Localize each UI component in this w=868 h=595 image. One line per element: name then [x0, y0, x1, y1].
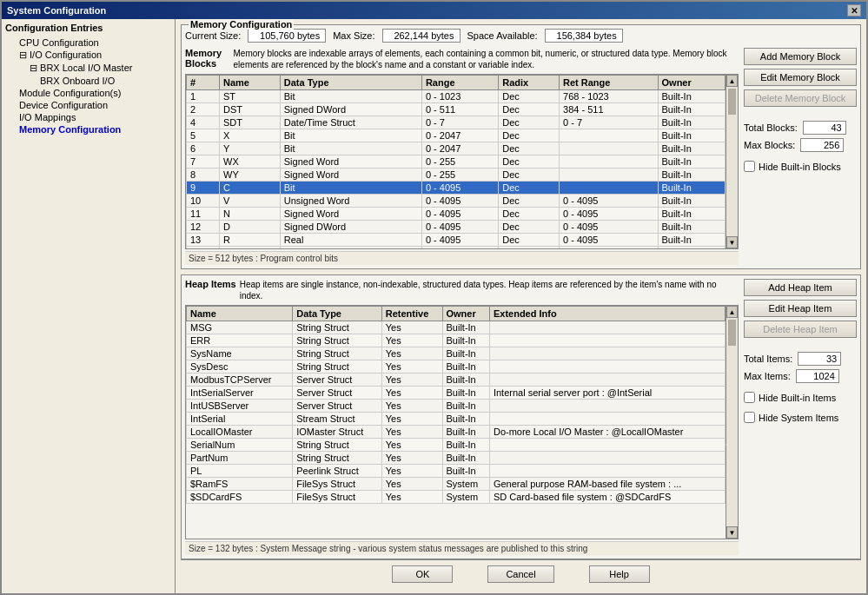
memory-blocks-header: Memory Blocks Memory blocks are indexabl… [185, 48, 739, 70]
memory-blocks-left: Memory Blocks Memory blocks are indexabl… [185, 48, 739, 265]
table-row[interactable]: IntUSBServerServer StructYesBuilt-In [187, 400, 726, 413]
scroll-thumb [728, 89, 736, 115]
heap-col-owner: Owner [442, 307, 489, 321]
memory-col-range: Range [421, 76, 498, 90]
max-items-value: 1024 [796, 369, 839, 383]
add-memory-block-button[interactable]: Add Memory Block [744, 48, 857, 65]
heap-col-data-type: Data Type [293, 307, 382, 321]
sidebar: Configuration Entries CPU Configuration⊟… [2, 19, 176, 593]
total-items-label: Total Items: [744, 354, 792, 364]
sidebar-item-brx-onboard[interactable]: BRX Onboard I/O [5, 75, 171, 87]
table-row[interactable]: 7WXSigned Word0 - 255DecBuilt-In [187, 155, 726, 169]
memory-blocks-area: Memory Blocks Memory blocks are indexabl… [185, 48, 857, 265]
table-row[interactable]: 4SDTDate/Time Struct0 - 7Dec0 - 7Built-I… [187, 116, 726, 129]
table-row[interactable]: SerialNumString StructYesBuilt-In [187, 439, 726, 452]
memory-blocks-label: Memory Blocks [185, 48, 230, 70]
heap-scroll-up-btn[interactable]: ▲ [726, 306, 738, 318]
edit-memory-block-button[interactable]: Edit Memory Block [744, 69, 857, 86]
hide-builtin-items-checkbox[interactable] [744, 392, 755, 403]
table-row[interactable]: 2DSTSigned DWord0 - 511Dec384 - 511Built… [187, 103, 726, 116]
hide-builtin-blocks-checkbox[interactable] [744, 161, 755, 172]
sidebar-items: CPU Configuration⊟ I/O Configuration⊟ BR… [5, 36, 171, 136]
heap-table-header: NameData TypeRetentiveOwnerExtended Info [187, 307, 726, 321]
memory-config-section: Memory Configuration Current Size: 105,7… [181, 24, 861, 269]
table-row[interactable]: LocalIOMasterIOMaster StructYesBuilt-InD… [187, 426, 726, 439]
total-items-info: Total Items: 33 [744, 352, 857, 366]
table-row[interactable]: 14TTimer Struct0 - 255Dec0 - 255Built-In [187, 247, 726, 249]
table-row[interactable]: $SDCardFSFileSys StructYesSystemSD Card-… [187, 491, 726, 504]
table-row[interactable]: PLPeerlink StructYesBuilt-In [187, 465, 726, 478]
hide-builtin-blocks-row: Hide Built-in Blocks [744, 161, 857, 172]
table-row[interactable]: 10VUnsigned Word0 - 4095Dec0 - 4095Built… [187, 195, 726, 208]
heap-stats: Total Items: 33 Max Items: 1024 [744, 348, 857, 383]
hide-system-items-label: Hide System Items [759, 413, 838, 423]
heap-scroll-down-btn[interactable]: ▼ [726, 526, 738, 539]
sidebar-item-brx-local-io[interactable]: ⊟ BRX Local I/O Master [5, 62, 171, 75]
table-row[interactable]: 5XBit0 - 2047DecBuilt-In [187, 129, 726, 142]
sidebar-item-device-config[interactable]: Device Configuration [5, 99, 171, 111]
table-row[interactable]: 13RReal0 - 4095Dec0 - 4095Built-In [187, 234, 726, 247]
heap-scroll-track [726, 318, 738, 526]
table-row[interactable]: 11NSigned Word0 - 4095Dec0 - 4095Built-I… [187, 208, 726, 221]
table-row[interactable]: ERRString StructYesBuilt-In [187, 334, 726, 347]
hide-system-items-checkbox[interactable] [744, 412, 755, 423]
heap-table-scroll[interactable]: NameData TypeRetentiveOwnerExtended Info… [186, 306, 726, 539]
heap-table-body: MSGString StructYesBuilt-InERRString Str… [187, 321, 726, 504]
total-items-value: 33 [798, 352, 841, 366]
table-row[interactable]: 8WYSigned Word0 - 255DecBuilt-In [187, 169, 726, 182]
total-blocks-row: Total Blocks: 43 Max Blocks: 256 [744, 117, 857, 152]
help-button[interactable]: Help [589, 565, 650, 583]
table-row[interactable]: $RamFSFileSys StructYesSystemGeneral pur… [187, 478, 726, 491]
right-panel: Memory Configuration Current Size: 105,7… [176, 19, 866, 593]
delete-heap-item-button[interactable]: Delete Heap Item [744, 321, 857, 338]
delete-memory-block-button[interactable]: Delete Memory Block [744, 89, 857, 107]
table-row[interactable]: 12DSigned DWord0 - 4095Dec0 - 4095Built-… [187, 221, 726, 234]
sidebar-item-memory-config[interactable]: Memory Configuration [5, 123, 171, 136]
memory-side-buttons: Add Memory Block Edit Memory Block Delet… [744, 48, 857, 265]
table-row[interactable]: MSGString StructYesBuilt-In [187, 321, 726, 334]
table-row[interactable]: SysNameString StructYesBuilt-In [187, 347, 726, 360]
table-row[interactable]: 6YBit0 - 2047DecBuilt-In [187, 142, 726, 155]
memory-scrollbar[interactable]: ▲ ▼ [726, 75, 738, 248]
max-items-info: Max Items: 1024 [744, 369, 857, 383]
space-available-label: Space Available: [467, 30, 538, 41]
scroll-track [726, 87, 738, 236]
heap-table-wrapper: NameData TypeRetentiveOwnerExtended Info… [185, 305, 739, 539]
scroll-up-btn[interactable]: ▲ [726, 75, 738, 87]
memory-table: #NameData TypeRangeRadixRet RangeOwner 1… [186, 75, 726, 248]
memory-table-scroll[interactable]: #NameData TypeRangeRadixRet RangeOwner 1… [186, 75, 726, 248]
heap-size-note: Size = 132 bytes : System Message string… [185, 541, 739, 555]
max-blocks-label: Max Blocks: [744, 140, 795, 150]
heap-items-label: Heap Items [185, 279, 236, 301]
max-blocks-info: Max Blocks: 256 [744, 138, 857, 152]
add-heap-item-button[interactable]: Add Heap Item [744, 279, 857, 296]
sidebar-item-io-mappings[interactable]: I/O Mappings [5, 111, 171, 123]
title-bar: System Configuration ✕ [2, 2, 866, 19]
memory-col-ret range: Ret Range [560, 76, 659, 90]
heap-items-desc: Heap items are single instance, non-inde… [240, 279, 739, 301]
main-window: System Configuration ✕ Configuration Ent… [0, 0, 868, 595]
table-row[interactable]: 9CBit0 - 4095DecBuilt-In [187, 182, 726, 195]
table-row[interactable]: IntSerialServerServer StructYesBuilt-InI… [187, 387, 726, 400]
heap-scrollbar[interactable]: ▲ ▼ [726, 306, 738, 539]
cancel-button[interactable]: Cancel [487, 565, 553, 583]
table-row[interactable]: SysDescString StructYesBuilt-In [187, 360, 726, 374]
table-row[interactable]: ModbusTCPServerServer StructYesBuilt-In [187, 374, 726, 387]
sidebar-item-module-config[interactable]: Module Configuration(s) [5, 87, 171, 99]
heap-items-header: Heap Items Heap items are single instanc… [185, 279, 739, 301]
heap-col-name: Name [187, 307, 293, 321]
table-row[interactable]: 1STBit0 - 1023Dec768 - 1023Built-In [187, 90, 726, 103]
edit-heap-item-button[interactable]: Edit Heap Item [744, 300, 857, 317]
heap-col-extended-info: Extended Info [489, 307, 725, 321]
max-blocks-value: 256 [800, 138, 844, 152]
sidebar-item-io-config[interactable]: ⊟ I/O Configuration [5, 49, 171, 62]
sidebar-item-cpu-config[interactable]: CPU Configuration [5, 36, 171, 49]
scroll-down-btn[interactable]: ▼ [726, 236, 738, 248]
ok-button[interactable]: OK [392, 565, 453, 583]
table-row[interactable]: IntSerialStream StructYesBuilt-In [187, 413, 726, 426]
stats-row: Current Size: 105,760 bytes Max Size: 26… [185, 29, 857, 43]
hide-builtin-blocks-label: Hide Built-in Blocks [759, 162, 841, 172]
close-button[interactable]: ✕ [847, 4, 861, 17]
table-row[interactable]: PartNumString StructYesBuilt-In [187, 452, 726, 465]
max-items-label: Max Items: [744, 371, 791, 381]
